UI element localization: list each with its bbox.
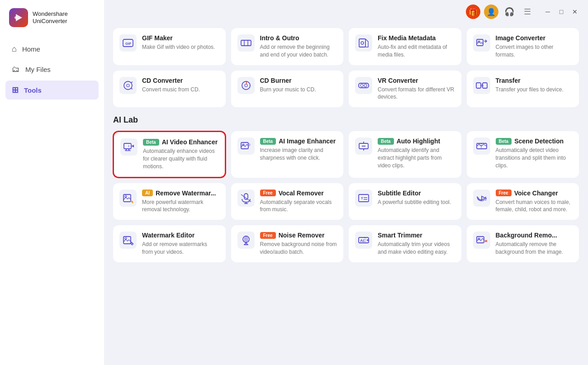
auto-highlight-badge: Beta [378,138,394,145]
background-remover-desc: Automatically remove the background from… [496,241,573,256]
remove-watermark-title: Remove Watermar... [156,190,216,197]
cd-converter-desc: Convert music from CD. [142,86,219,94]
tools-grid: GIF GIF Maker Make Gif with video or pho… [113,28,579,107]
intro-outro-desc: Add or remove the beginning and end of y… [260,43,337,59]
minimize-button[interactable]: ─ [542,6,554,18]
sidebar-item-myfiles[interactable]: 🗂 My Files [5,60,99,79]
noise-remover-badge: Free [260,232,276,239]
image-converter-title: Image Converter [496,34,545,42]
sidebar-item-tools[interactable]: ⊞ Tools [5,81,99,100]
svg-point-17 [364,84,367,87]
image-converter-desc: Convert images to other formats. [496,43,573,59]
scene-detection-desc: Automatically detect video transitions a… [496,147,573,169]
menu-button[interactable]: ☰ [520,5,535,19]
sidebar-item-home-label: Home [22,45,40,53]
remove-watermark-badge: AI [142,190,153,196]
card-ai-image-enhancer[interactable]: Beta AI Image Enhancer Increase image cl… [231,131,344,177]
sidebar: Wondershare UniConverter ⌂ Home 🗂 My Fil… [0,0,104,365]
svg-text:GIF: GIF [125,42,131,46]
vr-converter-desc: Convert formats for different VR devices… [378,86,455,101]
noise-remover-title: Noise Remover [279,232,325,239]
ai-video-enhancer-icon [120,138,138,156]
logo-area: Wondershare UniConverter [0,0,104,35]
svg-rect-7 [359,39,365,47]
svg-point-8 [361,42,364,44]
card-transfer[interactable]: Transfer Transfer your files to device. [467,71,579,108]
ai-video-enhancer-title: AI Video Enhancer [162,138,218,146]
card-gif-maker[interactable]: GIF GIF Maker Make Gif with video or pho… [113,28,226,65]
svg-point-14 [245,84,247,87]
window-controls: ─ □ ✕ [542,6,581,18]
watermark-editor-desc: Add or remove watermarks from your video… [142,241,219,256]
user-button[interactable]: 👤 [484,5,498,19]
svg-marker-40 [482,196,485,200]
ai-lab-grid: Beta AI Video Enhancer Automatically enh… [113,131,579,262]
ai-image-enhancer-title: AI Image Enhancer [279,137,336,145]
vr-converter-title: VR Converter [378,77,418,84]
svg-rect-20 [124,143,131,149]
card-ai-video-enhancer[interactable]: Beta AI Video Enhancer Automatically enh… [113,131,226,177]
card-cd-converter[interactable]: CD Converter Convert music from CD. [113,71,226,108]
noise-remover-icon [237,232,255,249]
cd-converter-icon [119,77,137,94]
ai-image-enhancer-badge: Beta [260,138,276,145]
auto-highlight-icon [355,137,372,155]
vocal-remover-icon [237,190,255,207]
card-remove-watermark[interactable]: AI Remove Watermar... More powerful wate… [113,183,226,220]
tools-icon: ⊞ [12,85,19,95]
ai-lab-title: AI Lab [113,115,579,125]
gif-maker-desc: Make Gif with video or photos. [142,43,219,51]
gift-button[interactable]: 🎁 [466,5,480,19]
ai-image-enhancer-desc: Increase image clarity and sharpness wit… [260,147,337,162]
card-auto-highlight[interactable]: Beta Auto Highlight Automatically identi… [349,131,461,177]
background-remover-title: Background Remo... [496,232,557,239]
card-subtitle-editor[interactable]: T Subtitle Editor A powerful subtitle ed… [349,183,461,220]
card-voice-changer[interactable]: Free Voice Changer Convert human voices … [467,183,579,220]
myfiles-icon: 🗂 [12,65,20,74]
cd-burner-icon [237,77,255,94]
transfer-title: Transfer [496,77,521,84]
subtitle-editor-title: Subtitle Editor [378,190,421,197]
intro-outro-title: Intro & Outro [260,34,299,42]
gif-maker-icon: GIF [119,34,137,52]
close-button[interactable]: ✕ [569,6,581,18]
card-scene-detection[interactable]: Beta Scene Detection Automatically detec… [467,131,579,177]
voice-changer-badge: Free [496,190,512,196]
card-cd-burner[interactable]: CD Burner Burn your music to CD. [231,71,344,108]
ai-video-enhancer-desc: Automatically enhance videos for clearer… [143,147,218,170]
card-smart-trimmer[interactable]: AI Smart Trimmer Automatically trim your… [349,225,461,262]
cd-converter-title: CD Converter [142,77,183,84]
background-remover-icon [473,232,490,249]
intro-outro-icon [237,34,255,52]
subtitle-editor-icon: T [355,190,372,207]
card-background-remover[interactable]: Background Remo... Automatically remove … [467,225,579,262]
fix-media-icon [355,34,372,52]
card-image-converter[interactable]: Image Converter Convert images to other … [467,28,579,65]
svg-point-13 [242,81,250,90]
card-vocal-remover[interactable]: Free Vocal Remover Automatically separat… [231,183,344,220]
app-name: Wondershare UniConverter [33,10,68,24]
sidebar-item-home[interactable]: ⌂ Home [5,40,99,58]
svg-rect-4 [241,40,251,46]
sidebar-item-tools-label: Tools [24,86,42,94]
fix-media-title: Fix Media Metadata [378,34,436,42]
scene-detection-title: Scene Detection [514,137,564,145]
transfer-icon [473,77,490,94]
card-watermark-editor[interactable]: Watermark Editor Add or remove watermark… [113,225,226,262]
subtitle-editor-desc: A powerful subtitle editing tool. [378,199,455,206]
auto-highlight-title: Auto Highlight [397,137,440,145]
vocal-remover-title: Vocal Remover [279,190,324,197]
card-vr-converter[interactable]: VR Converter Convert formats for differe… [349,71,461,108]
svg-text:AI: AI [360,238,364,243]
main-content: GIF GIF Maker Make Gif with video or pho… [104,19,588,365]
maximize-button[interactable]: □ [555,6,567,18]
headset-button[interactable]: 🎧 [502,5,517,19]
card-noise-remover[interactable]: Free Noise Remover Remove background noi… [231,225,344,262]
auto-highlight-desc: Automatically identify and extract highl… [378,147,455,169]
card-intro-outro[interactable]: Intro & Outro Add or remove the beginnin… [231,28,344,65]
svg-rect-32 [244,194,248,199]
vocal-remover-badge: Free [260,190,276,196]
ai-image-enhancer-icon [237,137,255,155]
sidebar-item-myfiles-label: My Files [25,66,51,73]
card-fix-media[interactable]: Fix Media Metadata Auto-fix and edit met… [349,28,461,65]
